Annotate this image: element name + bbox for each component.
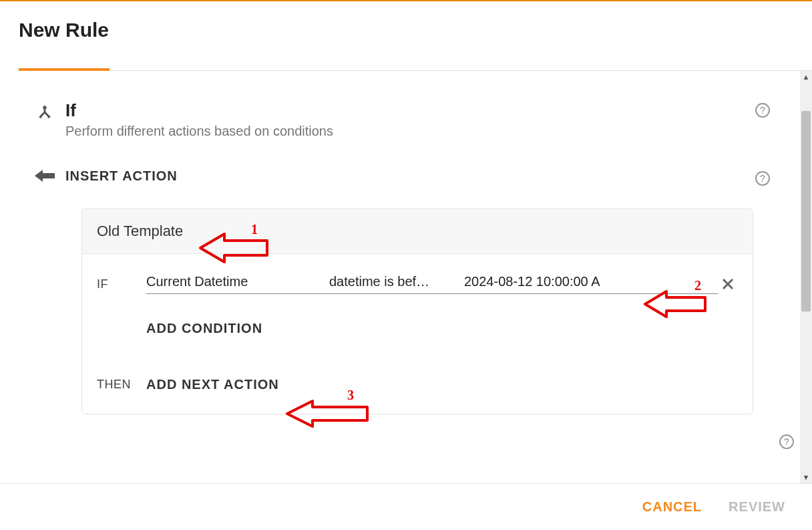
svg-point-0 bbox=[43, 106, 46, 109]
if-description: Perform different actions based on condi… bbox=[65, 124, 749, 139]
if-label: IF bbox=[97, 277, 146, 291]
vertical-scrollbar[interactable]: ▲ ▼ bbox=[800, 71, 812, 483]
help-icon: ? bbox=[755, 171, 770, 186]
if-block-text: If Perform different actions based on co… bbox=[65, 100, 749, 139]
help-icon: ? bbox=[755, 103, 770, 118]
back-button[interactable] bbox=[24, 168, 65, 183]
scroll-area: If Perform different actions based on co… bbox=[0, 71, 812, 483]
branch-icon bbox=[24, 100, 65, 122]
card-body: IF Current Datetime datetime is bef… 202… bbox=[82, 254, 753, 414]
close-icon bbox=[721, 277, 735, 291]
insert-action-label-col: INSERT ACTION bbox=[65, 168, 749, 184]
content: If Perform different actions based on co… bbox=[0, 71, 800, 414]
dialog-title: New Rule bbox=[0, 0, 812, 53]
then-label: THEN bbox=[97, 374, 146, 395]
cancel-button[interactable]: CANCEL bbox=[642, 499, 702, 515]
card-header[interactable]: Old Template bbox=[82, 209, 753, 254]
if-title: If bbox=[65, 100, 749, 121]
insert-action-row: INSERT ACTION ? bbox=[24, 168, 776, 186]
add-next-action-button[interactable]: ADD NEXT ACTION bbox=[146, 377, 279, 392]
footer: CANCEL REVIEW bbox=[0, 483, 812, 530]
condition-field[interactable]: Current Datetime bbox=[146, 274, 327, 289]
condition-operator[interactable]: datetime is bef… bbox=[329, 274, 461, 289]
help-button[interactable]: ? bbox=[749, 100, 776, 118]
condition-row: IF Current Datetime datetime is bef… 202… bbox=[97, 274, 738, 294]
scroll-down-button[interactable]: ▼ bbox=[800, 471, 812, 483]
svg-marker-3 bbox=[35, 170, 55, 182]
help-button-2[interactable]: ? bbox=[749, 168, 776, 186]
review-button[interactable]: REVIEW bbox=[729, 499, 785, 515]
if-block-row: If Perform different actions based on co… bbox=[24, 100, 776, 139]
tab-strip bbox=[19, 53, 793, 71]
condition-value[interactable]: 2024-08-12 10:00:00 A bbox=[464, 274, 718, 289]
help-icon: ? bbox=[779, 434, 794, 449]
rule-card: Old Template IF Current Datetime datetim… bbox=[81, 209, 753, 414]
then-row: THEN ADD NEXT ACTION bbox=[97, 374, 738, 395]
new-rule-dialog: New Rule If Perform different actions ba… bbox=[0, 0, 812, 530]
help-button-3[interactable]: ? bbox=[773, 432, 800, 449]
scroll-thumb[interactable] bbox=[801, 111, 811, 311]
condition-fields[interactable]: Current Datetime datetime is bef… 2024-0… bbox=[146, 274, 718, 294]
arrow-left-icon bbox=[35, 168, 55, 183]
insert-action-label: INSERT ACTION bbox=[65, 168, 178, 184]
add-condition-button[interactable]: ADD CONDITION bbox=[146, 321, 738, 336]
scroll-up-button[interactable]: ▲ bbox=[800, 71, 812, 83]
remove-condition-button[interactable] bbox=[718, 277, 738, 291]
